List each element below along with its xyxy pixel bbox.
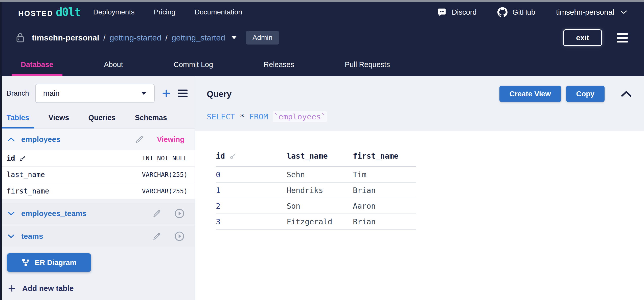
- admin-badge: Admin: [246, 31, 279, 45]
- cell-last-name[interactable]: Sehn: [287, 167, 353, 182]
- app-header: HOSTED d0lt Deployments Pricing Document…: [0, 0, 644, 76]
- table-row[interactable]: 3 Fitzgerald Brian: [216, 214, 416, 229]
- database-sidebar: Branch main Tables Views Queries Schemas: [0, 76, 195, 300]
- github-label: GitHub: [513, 8, 535, 16]
- table-name[interactable]: teams: [21, 232, 43, 241]
- table-row[interactable]: 2 Son Aaron: [216, 198, 416, 214]
- collapse-query-chevron-up-icon[interactable]: [621, 91, 632, 97]
- caret-down-icon: [141, 92, 147, 95]
- exit-button[interactable]: exit: [563, 29, 602, 46]
- discord-icon: [437, 7, 447, 17]
- column-header-last-name[interactable]: last_name: [287, 152, 353, 167]
- column-name: first_name: [7, 187, 49, 195]
- add-new-table-button[interactable]: Add new table: [8, 284, 195, 293]
- nav-link-deployments[interactable]: Deployments: [93, 8, 134, 16]
- discord-link[interactable]: Discord: [437, 7, 476, 17]
- sql-query-text[interactable]: SELECT * FROM `employees`: [207, 112, 632, 121]
- er-diagram-icon: [22, 259, 30, 267]
- sql-table-ref: `employees`: [273, 111, 327, 122]
- breadcrumb-separator: /: [165, 33, 168, 42]
- create-view-button[interactable]: Create View: [499, 86, 561, 102]
- sidebar-tab-schemas[interactable]: Schemas: [135, 109, 167, 128]
- tab-about[interactable]: About: [104, 53, 123, 76]
- run-table-play-icon[interactable]: [174, 231, 185, 241]
- column-row-id: id INT NOT NULL: [0, 150, 195, 167]
- branch-row: Branch main: [0, 76, 195, 103]
- column-header-id[interactable]: id: [216, 152, 287, 167]
- viewing-status: Viewing: [157, 135, 185, 144]
- hosted-dolt-logo[interactable]: HOSTED d0lt: [18, 7, 81, 18]
- cell-first-name[interactable]: Brian: [353, 214, 416, 229]
- query-results: id last_name first_name: [195, 131, 644, 230]
- branch-menu-icon[interactable]: [178, 90, 188, 97]
- chevron-up-icon: [8, 137, 15, 141]
- content-area: Branch main Tables Views Queries Schemas: [0, 76, 644, 300]
- edit-table-pencil-icon[interactable]: [153, 209, 161, 218]
- er-diagram-button[interactable]: ER Diagram: [7, 253, 91, 272]
- cell-id[interactable]: 3: [216, 214, 287, 229]
- account-menu[interactable]: timsehn-personal: [556, 8, 627, 16]
- cell-last-name[interactable]: Fitzgerald: [287, 214, 353, 229]
- chevron-down-icon: [620, 10, 627, 14]
- cell-first-name[interactable]: Tim: [353, 167, 416, 182]
- window-top-edge: [0, 0, 644, 2]
- query-actions: Create View Copy: [499, 86, 632, 102]
- column-type: INT NOT NULL: [142, 155, 188, 162]
- cell-id[interactable]: 2: [216, 198, 287, 214]
- tab-commit-log[interactable]: Commit Log: [174, 53, 213, 76]
- branch-label: Branch: [7, 89, 29, 97]
- column-type: VARCHAR(255): [142, 187, 188, 195]
- cell-last-name[interactable]: Hendriks: [287, 182, 353, 198]
- copy-query-button[interactable]: Copy: [566, 86, 605, 102]
- tab-releases[interactable]: Releases: [264, 53, 294, 76]
- column-row-first-name: first_name VARCHAR(255): [0, 183, 195, 200]
- edit-table-pencil-icon[interactable]: [135, 135, 144, 144]
- chevron-down-icon: [8, 234, 15, 238]
- nav-link-documentation[interactable]: Documentation: [195, 8, 242, 16]
- branch-select[interactable]: main: [35, 84, 155, 103]
- cell-id[interactable]: 0: [216, 167, 287, 182]
- sidebar-tab-tables[interactable]: Tables: [7, 109, 29, 128]
- edit-table-pencil-icon[interactable]: [153, 232, 161, 241]
- sql-keyword: SELECT: [207, 112, 235, 121]
- tab-pull-requests[interactable]: Pull Requests: [345, 53, 390, 76]
- cell-first-name[interactable]: Aaron: [353, 198, 416, 214]
- query-panel-title: Query: [207, 89, 232, 99]
- table-item-employees-teams[interactable]: employees_teams: [0, 203, 195, 224]
- cell-last-name[interactable]: Son: [287, 198, 353, 214]
- sql-star: *: [240, 112, 245, 121]
- github-icon: [497, 7, 508, 17]
- top-nav-links: Deployments Pricing Documentation: [93, 8, 261, 16]
- table-row[interactable]: 0 Sehn Tim: [216, 167, 416, 182]
- primary-key-icon: [19, 155, 26, 162]
- sidebar-tab-queries[interactable]: Queries: [88, 109, 116, 128]
- breadcrumb-separator: /: [103, 33, 106, 42]
- breadcrumb-database[interactable]: getting_started: [172, 33, 225, 42]
- table-row[interactable]: 1 Hendriks Brian: [216, 182, 416, 198]
- github-link[interactable]: GitHub: [497, 7, 535, 17]
- main-tab-bar: Database About Commit Log Releases Pull …: [0, 53, 644, 76]
- table-name[interactable]: employees_teams: [21, 209, 87, 218]
- table-name[interactable]: employees: [21, 135, 60, 144]
- results-table: id last_name first_name: [216, 152, 416, 230]
- breadcrumb-deployment[interactable]: getting-started: [110, 33, 162, 42]
- menu-icon[interactable]: [617, 33, 628, 42]
- tab-database[interactable]: Database: [21, 53, 53, 76]
- top-nav: HOSTED d0lt Deployments Pricing Document…: [0, 2, 644, 23]
- logo-dolt-text: d0lt: [56, 7, 81, 18]
- cell-id[interactable]: 1: [216, 182, 287, 198]
- database-dropdown-caret-icon[interactable]: [231, 36, 237, 39]
- table-item-teams[interactable]: teams: [0, 226, 195, 247]
- new-branch-button[interactable]: [162, 89, 171, 98]
- cell-first-name[interactable]: Brian: [353, 182, 416, 198]
- run-table-play-icon[interactable]: [174, 208, 185, 219]
- table-item-employees[interactable]: employees Viewing: [0, 128, 195, 150]
- er-diagram-label: ER Diagram: [35, 259, 76, 267]
- breadcrumb-bar: timsehn-personal / getting-started / get…: [0, 23, 644, 53]
- breadcrumb-owner[interactable]: timsehn-personal: [32, 33, 99, 42]
- sidebar-tab-views[interactable]: Views: [49, 109, 69, 128]
- sidebar-tab-bar: Tables Views Queries Schemas: [0, 109, 195, 128]
- nav-link-pricing[interactable]: Pricing: [154, 8, 175, 16]
- column-header-first-name[interactable]: first_name: [353, 152, 416, 167]
- add-new-table-label: Add new table: [22, 284, 74, 293]
